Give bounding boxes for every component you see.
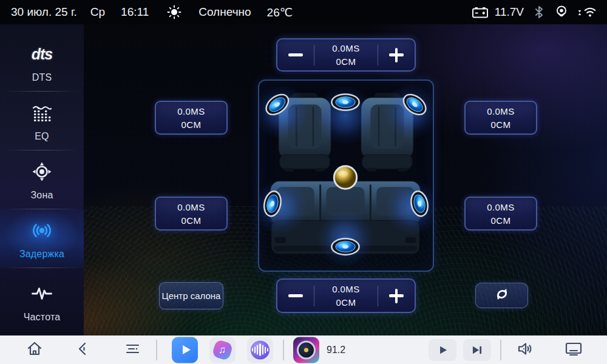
location-icon[interactable] — [554, 4, 569, 21]
delay-cm-value: 0CM — [336, 56, 356, 67]
delay-cm-value: 0CM — [181, 120, 202, 130]
cabin-speaker-map — [258, 79, 434, 272]
front-delay-minus-button[interactable] — [277, 39, 314, 70]
gold-center-marker — [334, 166, 356, 189]
plus-icon — [389, 289, 404, 303]
delay-ms-value: 0.0MS — [177, 202, 205, 212]
dock-divider — [156, 340, 157, 360]
status-date: 30 июл. 25 г. — [11, 5, 77, 19]
sidebar-item-zone-label: Зона — [30, 190, 53, 201]
status-temperature: 26℃ — [267, 5, 293, 19]
status-weekday: Ср — [90, 5, 105, 19]
minus-icon — [288, 294, 303, 297]
rear-delay-minus-button[interactable] — [277, 280, 314, 312]
delay-ms-value: 0.0MS — [332, 284, 359, 294]
delay-cm-value: 0CM — [491, 120, 511, 130]
sun-icon — [167, 5, 181, 19]
delay-ms-value: 0.0MS — [332, 43, 359, 53]
dock-bar: ♫ 91.2 — [0, 335, 607, 364]
music-app-icon[interactable]: ♫ — [209, 337, 236, 363]
plus-icon — [389, 48, 404, 62]
video-player-app-icon[interactable] — [172, 337, 198, 363]
next-track-button[interactable] — [463, 339, 491, 361]
sidebar-item-frequency[interactable]: Частота — [0, 268, 84, 335]
front-center-speaker — [331, 94, 359, 110]
home-icon[interactable] — [25, 340, 44, 360]
status-weather-condition: Солнечно — [198, 5, 251, 19]
car-battery-icon — [471, 4, 489, 21]
rear-center-delay-stepper: 0.0MS 0CM — [276, 278, 416, 313]
rear-left-delay-box[interactable]: 0.0MS 0CM — [155, 197, 228, 231]
eq-bars-icon — [30, 100, 53, 126]
play-button[interactable] — [429, 339, 456, 361]
radio-speaker-icon — [297, 340, 316, 359]
dock-divider — [283, 340, 284, 360]
delay-cm-value: 0CM — [336, 297, 356, 308]
front-center-delay-value: 0.0MS 0CM — [314, 43, 378, 67]
rear-right-delay-box[interactable]: 0.0MS 0CM — [464, 197, 537, 231]
front-left-delay-box[interactable]: 0.0MS 0CM — [155, 101, 228, 135]
delay-ms-value: 0.0MS — [487, 106, 514, 116]
reset-delays-button[interactable] — [475, 283, 528, 308]
delay-ms-value: 0.0MS — [487, 202, 514, 212]
bluetooth-icon — [533, 4, 545, 20]
rear-delay-plus-button[interactable] — [378, 280, 415, 312]
rear-center-speaker — [331, 238, 359, 255]
music-note-icon: ♫ — [211, 339, 234, 361]
dock-divider — [500, 340, 501, 360]
dts-logo: dts — [32, 46, 53, 63]
minus-icon — [288, 53, 303, 56]
sidebar: dts DTS EQ — [0, 24, 84, 335]
head-unit-screen: 30 июл. 25 г. Ср 16:11 Солнечно 26℃ — [0, 0, 607, 364]
volume-icon[interactable] — [515, 340, 534, 360]
status-voltage: 11.7V — [495, 5, 524, 19]
front-delay-plus-button[interactable] — [378, 39, 415, 70]
sidebar-item-frequency-label: Частота — [24, 312, 61, 323]
status-bar: 30 июл. 25 г. Ср 16:11 Солнечно 26℃ — [0, 0, 607, 24]
sidebar-item-zone[interactable]: Зона — [0, 150, 84, 209]
sidebar-item-eq-label: EQ — [35, 131, 49, 142]
voice-assistant-app-icon[interactable] — [247, 337, 273, 363]
recent-apps-icon[interactable] — [123, 340, 141, 360]
listening-position-label: Центр салона — [162, 291, 221, 301]
sidebar-item-delay-label: Задержка — [19, 249, 64, 260]
front-center-delay-stepper: 0.0MS 0CM — [276, 38, 416, 72]
sidebar-item-dts[interactable]: dts DTS — [0, 33, 84, 92]
radio-frequency-label: 91.2 — [327, 345, 345, 356]
frequency-wave-icon — [30, 281, 53, 306]
sidebar-item-eq[interactable]: EQ — [0, 92, 84, 150]
status-time: 16:11 — [121, 5, 149, 19]
sidebar-item-delay[interactable]: Задержка — [0, 209, 84, 268]
back-icon[interactable] — [75, 340, 92, 360]
wifi-icon[interactable] — [577, 4, 599, 21]
rear-center-delay-value: 0.0MS 0CM — [314, 284, 378, 308]
delay-cm-value: 0CM — [491, 215, 511, 226]
listening-position-button[interactable]: Центр салона — [159, 282, 223, 309]
radio-app-icon[interactable] — [293, 337, 319, 363]
delay-ms-value: 0.0MS — [177, 106, 205, 116]
front-right-delay-box[interactable]: 0.0MS 0CM — [464, 101, 537, 135]
refresh-icon — [493, 285, 511, 306]
sidebar-item-dts-label: DTS — [32, 72, 52, 83]
voice-waveform-icon — [251, 340, 270, 359]
delay-cm-value: 0CM — [181, 215, 202, 226]
zone-target-icon — [30, 159, 53, 184]
delay-waves-icon — [30, 218, 53, 243]
display-icon[interactable] — [564, 340, 583, 360]
